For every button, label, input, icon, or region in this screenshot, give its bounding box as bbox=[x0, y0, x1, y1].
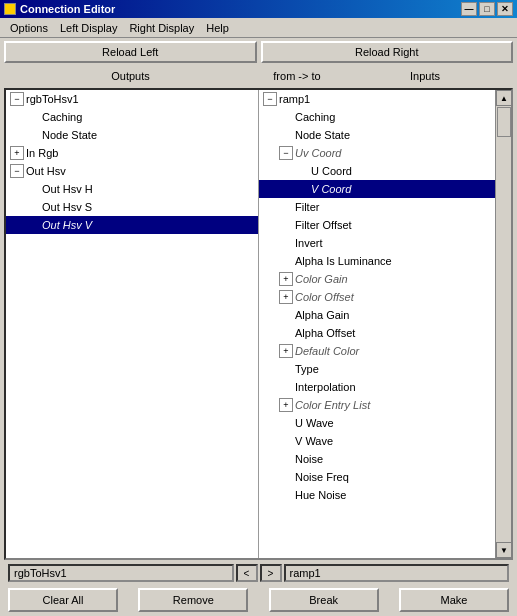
right-tree-item-noisefreq[interactable]: Noise Freq bbox=[259, 468, 495, 486]
right-label-alphagain: Alpha Gain bbox=[295, 309, 349, 321]
right-pane-container: − ramp1 Caching Node State − Uv Coord bbox=[259, 90, 511, 558]
right-tree-item-filter[interactable]: Filter bbox=[259, 198, 495, 216]
expand-uvcoord[interactable]: − bbox=[279, 146, 293, 160]
menu-left-display[interactable]: Left Display bbox=[54, 21, 123, 35]
left-label-rgbToHsv1: rgbToHsv1 bbox=[26, 93, 79, 105]
right-tree-item-noise[interactable]: Noise bbox=[259, 450, 495, 468]
right-tree-item-coloroffset[interactable]: + Color Offset bbox=[259, 288, 495, 306]
left-tree-item-outhsvs[interactable]: Out Hsv S bbox=[6, 198, 258, 216]
right-label-type: Type bbox=[295, 363, 319, 375]
outputs-header: Outputs bbox=[4, 66, 257, 86]
right-label-filter: Filter bbox=[295, 201, 319, 213]
right-pane: − ramp1 Caching Node State − Uv Coord bbox=[259, 90, 495, 558]
reload-right-button[interactable]: Reload Right bbox=[261, 41, 514, 63]
menu-help[interactable]: Help bbox=[200, 21, 235, 35]
left-tree-item-outhsv[interactable]: − Out Hsv bbox=[6, 162, 258, 180]
right-label-alphaoffset: Alpha Offset bbox=[295, 327, 355, 339]
column-headers: Outputs from -> to Inputs bbox=[0, 66, 517, 86]
right-tree-item-colorgain[interactable]: + Color Gain bbox=[259, 270, 495, 288]
menu-options[interactable]: Options bbox=[4, 21, 54, 35]
right-label-coloroffset: Color Offset bbox=[295, 291, 354, 303]
reload-left-button[interactable]: Reload Left bbox=[4, 41, 257, 63]
right-tree-item-vcoord[interactable]: V Coord bbox=[259, 180, 495, 198]
expand-inrgb[interactable]: + bbox=[10, 146, 24, 160]
bottom-buttons: Clear All Remove Break Make bbox=[0, 584, 517, 616]
status-left-value: rgbToHsv1 bbox=[14, 567, 67, 579]
status-arrow-left[interactable]: < bbox=[236, 564, 258, 582]
expand-colorentrylist[interactable]: + bbox=[279, 398, 293, 412]
right-tree-item-alphais[interactable]: Alpha Is Luminance bbox=[259, 252, 495, 270]
left-label-outhsvh: Out Hsv H bbox=[42, 183, 93, 195]
right-label-colorgain: Color Gain bbox=[295, 273, 348, 285]
scroll-thumb[interactable] bbox=[497, 107, 511, 137]
right-label-filteroffset: Filter Offset bbox=[295, 219, 352, 231]
make-button[interactable]: Make bbox=[399, 588, 509, 612]
minimize-button[interactable]: — bbox=[461, 2, 477, 16]
right-scrollbar: ▲ ▼ bbox=[495, 90, 511, 558]
toolbar: Reload Left Reload Right bbox=[0, 38, 517, 66]
left-tree-item-outhsvv[interactable]: Out Hsv V bbox=[6, 216, 258, 234]
left-tree-item-inrgb[interactable]: + In Rgb bbox=[6, 144, 258, 162]
right-tree-item-alphagain[interactable]: Alpha Gain bbox=[259, 306, 495, 324]
right-tree-item-interpolation[interactable]: Interpolation bbox=[259, 378, 495, 396]
left-label-nodestate: Node State bbox=[42, 129, 97, 141]
main-area: − rgbToHsv1 Caching Node State + In Rgb … bbox=[4, 88, 513, 560]
right-tree-item-type[interactable]: Type bbox=[259, 360, 495, 378]
right-tree-item-colorentrylist[interactable]: + Color Entry List bbox=[259, 396, 495, 414]
expand-ramp1[interactable]: − bbox=[263, 92, 277, 106]
window-title: Connection Editor bbox=[20, 3, 115, 15]
expand-defaultcolor[interactable]: + bbox=[279, 344, 293, 358]
right-label-interpolation: Interpolation bbox=[295, 381, 356, 393]
left-label-outhsv: Out Hsv bbox=[26, 165, 66, 177]
right-label-uvcoord: Uv Coord bbox=[295, 147, 341, 159]
right-label-ramp1: ramp1 bbox=[279, 93, 310, 105]
right-tree-item-defaultcolor[interactable]: + Default Color bbox=[259, 342, 495, 360]
right-tree-item-vwave[interactable]: V Wave bbox=[259, 432, 495, 450]
right-label-vwave: V Wave bbox=[295, 435, 333, 447]
maximize-button[interactable]: □ bbox=[479, 2, 495, 16]
scroll-down-button[interactable]: ▼ bbox=[496, 542, 511, 558]
right-label-colorentrylist: Color Entry List bbox=[295, 399, 370, 411]
right-tree-item-uvcoord[interactable]: − Uv Coord bbox=[259, 144, 495, 162]
expand-colorgain[interactable]: + bbox=[279, 272, 293, 286]
expand-rgbToHsv1[interactable]: − bbox=[10, 92, 24, 106]
right-tree-item-invert[interactable]: Invert bbox=[259, 234, 495, 252]
break-button[interactable]: Break bbox=[269, 588, 379, 612]
title-bar: Connection Editor — □ ✕ bbox=[0, 0, 517, 18]
left-label-caching: Caching bbox=[42, 111, 82, 123]
inputs-header: Inputs bbox=[337, 66, 513, 86]
right-label-nodestate: Node State bbox=[295, 129, 350, 141]
right-tree-item-alphaoffset[interactable]: Alpha Offset bbox=[259, 324, 495, 342]
remove-button[interactable]: Remove bbox=[138, 588, 248, 612]
left-tree-item-nodestate[interactable]: Node State bbox=[6, 126, 258, 144]
status-right-field: ramp1 bbox=[284, 564, 510, 582]
scroll-up-button[interactable]: ▲ bbox=[496, 90, 511, 106]
menu-right-display[interactable]: Right Display bbox=[123, 21, 200, 35]
right-label-alphais: Alpha Is Luminance bbox=[295, 255, 392, 267]
right-label-huenoise: Hue Noise bbox=[295, 489, 346, 501]
right-tree-item-filteroffset[interactable]: Filter Offset bbox=[259, 216, 495, 234]
left-tree-item-outhsvh[interactable]: Out Hsv H bbox=[6, 180, 258, 198]
right-label-defaultcolor: Default Color bbox=[295, 345, 359, 357]
left-label-outhsvv: Out Hsv V bbox=[42, 219, 92, 231]
close-button[interactable]: ✕ bbox=[497, 2, 513, 16]
status-arrow-right[interactable]: > bbox=[260, 564, 282, 582]
right-tree-item-uwave[interactable]: U Wave bbox=[259, 414, 495, 432]
app-icon bbox=[4, 3, 16, 15]
clear-all-button[interactable]: Clear All bbox=[8, 588, 118, 612]
right-tree-item-ramp1[interactable]: − ramp1 bbox=[259, 90, 495, 108]
right-label-ucoord: U Coord bbox=[311, 165, 352, 177]
right-tree-item-nodestate[interactable]: Node State bbox=[259, 126, 495, 144]
status-bar: rgbToHsv1 < > ramp1 bbox=[4, 562, 513, 584]
expand-outhsv[interactable]: − bbox=[10, 164, 24, 178]
right-tree-item-ucoord[interactable]: U Coord bbox=[259, 162, 495, 180]
expand-coloroffset[interactable]: + bbox=[279, 290, 293, 304]
right-tree-item-caching[interactable]: Caching bbox=[259, 108, 495, 126]
left-tree-item-caching[interactable]: Caching bbox=[6, 108, 258, 126]
window: Connection Editor — □ ✕ Options Left Dis… bbox=[0, 0, 517, 616]
left-pane: − rgbToHsv1 Caching Node State + In Rgb … bbox=[6, 90, 259, 558]
right-label-vcoord: V Coord bbox=[311, 183, 351, 195]
right-tree-item-huenoise[interactable]: Hue Noise bbox=[259, 486, 495, 504]
left-tree-item-rgbToHsv1[interactable]: − rgbToHsv1 bbox=[6, 90, 258, 108]
left-label-outhsvs: Out Hsv S bbox=[42, 201, 92, 213]
